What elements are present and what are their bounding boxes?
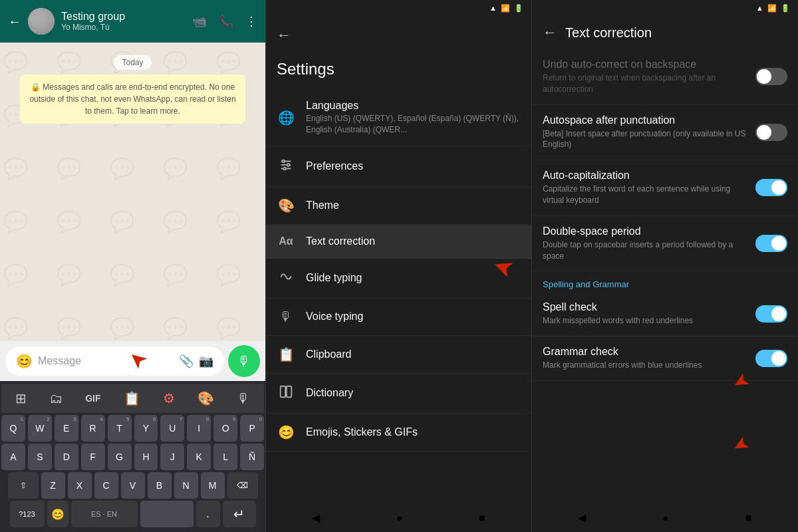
tc-back-button[interactable]: ← [543, 24, 557, 41]
keyboard-settings-btn[interactable]: ⚙ [160, 388, 178, 409]
video-call-icon[interactable]: 📹 [192, 14, 207, 29]
settings-item-text-correction-content: Text correction [306, 235, 521, 247]
keyboard-emoji-btn[interactable]: ⊞ [13, 388, 29, 409]
tc-autospace-content: Autospace after punctuation [Beta] Inser… [543, 114, 747, 151]
voice-typing-icon: 🎙 [277, 309, 295, 325]
key-f[interactable]: F [81, 444, 105, 470]
menu-icon[interactable]: ⋮ [245, 14, 257, 29]
key-h[interactable]: H [134, 444, 158, 470]
key-numbers[interactable]: ?123 [10, 501, 45, 527]
system-message[interactable]: 🔒 Messages and calls are end-to-end encr… [20, 74, 245, 124]
spelling-grammar-section-header: Spelling and Grammar [532, 271, 798, 292]
attach-button[interactable]: 📎 [179, 354, 194, 368]
settings-item-text-correction[interactable]: Aα Text correction [266, 225, 531, 259]
nav-back-icon[interactable]: ◀ [312, 511, 320, 524]
tc-item-spell-check: Spell check Mark misspelled words with r… [532, 292, 798, 336]
tc-nav-home-icon[interactable]: ● [662, 512, 669, 524]
key-m[interactable]: M [201, 472, 225, 499]
key-b[interactable]: B [148, 472, 172, 499]
keyboard-clipboard-btn[interactable]: 📋 [121, 388, 143, 409]
mic-button[interactable]: 🎙 [228, 345, 260, 377]
undo-autocorrect-toggle[interactable] [755, 68, 787, 85]
settings-item-preferences-content: Preferences [306, 160, 521, 172]
chat-title: Testing group [61, 11, 186, 23]
camera-button[interactable]: 📷 [199, 354, 213, 368]
settings-item-clipboard-content: Clipboard [306, 348, 521, 360]
key-w[interactable]: 2W [28, 415, 52, 442]
key-e[interactable]: 3E [55, 415, 78, 442]
settings-item-glide-typing[interactable]: Glide typing [266, 259, 531, 299]
chat-body: Today 🔒 Messages and calls are end-to-en… [0, 43, 265, 341]
emoji-button[interactable]: 😊 [16, 353, 33, 369]
key-g[interactable]: G [108, 444, 132, 470]
key-t[interactable]: 5T [108, 415, 132, 442]
text-correction-panel: ▲ 📶 🔋 ← Text correction Undo auto-correc… [532, 0, 798, 532]
svg-point-5 [283, 167, 286, 170]
key-s[interactable]: S [28, 444, 52, 470]
key-o[interactable]: 9O [213, 415, 237, 442]
key-v[interactable]: V [121, 472, 145, 499]
settings-item-languages[interactable]: 🌐 Languages English (US) (QWERTY), Españ… [266, 89, 531, 147]
tc-title: Text correction [565, 25, 652, 41]
system-message-text: 🔒 Messages and calls are end-to-end encr… [29, 82, 235, 116]
message-input-box[interactable]: 😊 Message 📎 📷 [5, 346, 224, 376]
phone-call-icon[interactable]: 📞 [219, 14, 233, 29]
settings-item-theme[interactable]: 🎨 Theme [266, 187, 531, 225]
key-q[interactable]: 1Q [1, 415, 25, 442]
key-shift[interactable]: ⇧ [8, 472, 39, 499]
nav-home-icon[interactable]: ● [396, 512, 403, 524]
settings-back-button[interactable]: ← [277, 27, 291, 44]
settings-item-clipboard[interactable]: 📋 Clipboard [266, 336, 531, 374]
key-u[interactable]: 7U [160, 415, 184, 442]
key-r[interactable]: 4R [81, 415, 105, 442]
key-lang[interactable]: ES · EN [71, 501, 138, 527]
key-l[interactable]: L [213, 444, 237, 470]
key-period[interactable]: . [196, 501, 220, 527]
key-a[interactable]: A [1, 444, 25, 470]
key-n[interactable]: N [174, 472, 198, 499]
chat-back-button[interactable]: ← [8, 14, 21, 29]
double-space-title: Double-space period [543, 225, 747, 237]
tc-nav-back-icon[interactable]: ◀ [578, 511, 586, 524]
keyboard-theme-btn[interactable]: 🎨 [195, 388, 217, 409]
settings-item-dictionary[interactable]: Dictionary [266, 374, 531, 414]
grammar-check-toggle[interactable] [755, 350, 787, 367]
key-c[interactable]: C [94, 472, 118, 499]
key-space[interactable] [140, 501, 194, 527]
signal-icon: ▲ [489, 4, 497, 12]
keyboard-row-2: A S D F G H J K L Ñ [1, 444, 264, 470]
settings-item-glide-content: Glide typing [306, 272, 521, 284]
settings-item-voice-typing[interactable]: 🎙 Voice typing [266, 299, 531, 336]
keyboard-sticker-btn[interactable]: 🗂 [47, 388, 65, 409]
settings-item-preferences[interactable]: Preferences [266, 147, 531, 187]
spell-check-toggle[interactable] [755, 305, 787, 323]
key-z[interactable]: Z [41, 472, 65, 499]
key-backspace[interactable]: ⌫ [227, 472, 258, 499]
key-y[interactable]: 6Y [134, 415, 158, 442]
tc-wifi-icon: 📶 [767, 4, 777, 13]
keyboard-mic-btn[interactable]: 🎙 [234, 388, 253, 409]
settings-status-bar: ▲ 📶 🔋 [266, 0, 531, 16]
settings-item-emojis[interactable]: 😊 Emojis, Stickers & GIFs [266, 414, 531, 452]
auto-cap-toggle[interactable] [755, 179, 787, 196]
chat-subtitle: Yo Mismo, Tú [61, 23, 186, 32]
auto-cap-title: Auto-capitalization [543, 170, 747, 182]
double-space-toggle[interactable] [755, 235, 787, 252]
tc-nav-square-icon[interactable]: ■ [745, 512, 752, 524]
tc-item-double-space: Double-space period Double tap on spaceb… [532, 216, 798, 272]
key-k[interactable]: K [187, 444, 211, 470]
emojis-title: Emojis, Stickers & GIFs [306, 426, 521, 438]
key-enter[interactable]: ↵ [223, 501, 256, 527]
autospace-toggle[interactable] [755, 124, 787, 141]
key-x[interactable]: X [68, 472, 92, 499]
key-emoji-bottom[interactable]: 😊 [47, 501, 68, 527]
key-j[interactable]: J [160, 444, 184, 470]
grammar-check-title: Grammar check [543, 346, 747, 358]
key-p[interactable]: 0P [240, 415, 264, 442]
nav-square-icon[interactable]: ■ [479, 512, 485, 524]
key-n-tilde[interactable]: Ñ [240, 444, 264, 470]
tc-item-grammar-check: Grammar check Mark grammatical errors wi… [532, 336, 798, 381]
keyboard-gif-btn[interactable]: GIF [82, 390, 103, 406]
key-d[interactable]: D [55, 444, 78, 470]
key-i[interactable]: 8I [187, 415, 211, 442]
